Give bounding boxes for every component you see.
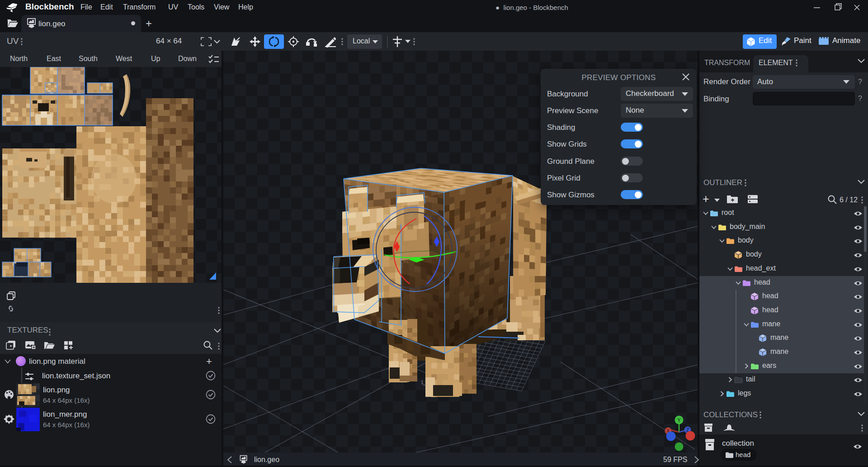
svg-text:Y: Y	[677, 417, 681, 424]
svg-text:1: 1	[421, 380, 424, 385]
